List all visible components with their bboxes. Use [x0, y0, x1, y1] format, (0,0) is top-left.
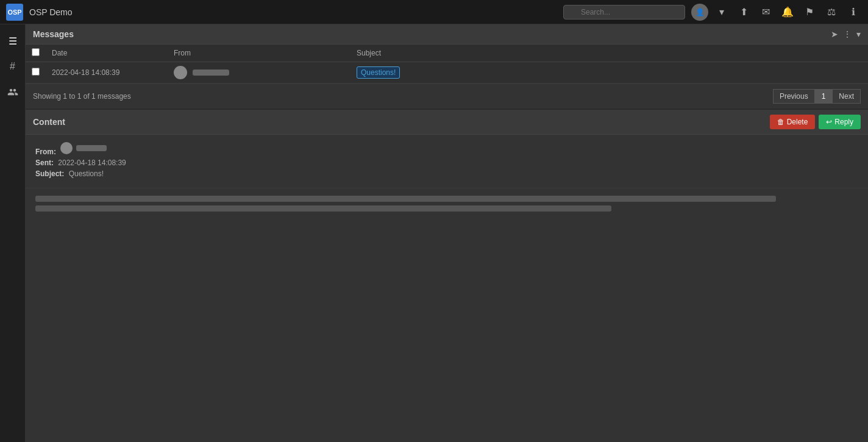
flag-icon[interactable]: ⚑ — [801, 4, 818, 21]
pagination-info: Showing 1 to 1 of 1 messages — [33, 92, 131, 101]
sent-value: 2022-04-18 14:08:39 — [58, 159, 126, 167]
current-page: 1 — [815, 89, 833, 104]
sidebar: ☰ # — [0, 24, 26, 442]
previous-button[interactable]: Previous — [773, 89, 815, 104]
panel-header-actions: ➤ ⋮ ▾ — [831, 29, 861, 39]
avatar[interactable]: 👤 — [691, 4, 708, 21]
messages-panel: Messages ➤ ⋮ ▾ Date From Subject — [26, 24, 868, 109]
sidebar-item-hash[interactable]: # — [2, 56, 23, 77]
table-header-row: Date From Subject — [26, 45, 868, 62]
reply-button[interactable]: ↩ Reply — [819, 115, 861, 129]
content-area: Messages ➤ ⋮ ▾ Date From Subject — [26, 24, 868, 442]
pagination-row: Showing 1 to 1 of 1 messages Previous 1 … — [26, 84, 868, 109]
meta-sent-row: Sent: 2022-04-18 14:08:39 — [35, 159, 858, 167]
more-icon[interactable]: ⋮ — [843, 29, 852, 39]
sidebar-item-menu[interactable]: ☰ — [2, 30, 23, 51]
content-header: Content 🗑 Delete ↩ Reply — [26, 110, 868, 135]
message-date: 2022-04-18 14:08:39 — [46, 62, 168, 84]
messages-table: Date From Subject 2022-04-18 14:08:39 — [26, 45, 868, 84]
dropdown-arrow-icon[interactable]: ▾ — [856, 29, 861, 39]
content-actions: 🗑 Delete ↩ Reply — [770, 115, 861, 129]
content-panel-title: Content — [33, 117, 65, 127]
meta-from-row: From: — [35, 142, 858, 156]
message-from-name-blurred — [76, 145, 107, 151]
scale-icon[interactable]: ⚖ — [823, 4, 840, 21]
message-from — [168, 62, 350, 84]
body-line-2 — [35, 205, 611, 212]
col-subject: Subject — [350, 45, 868, 62]
pagination-controls: Previous 1 Next — [773, 89, 861, 104]
message-subject: Questions! — [350, 62, 868, 84]
search-wrapper: 🔍 — [563, 5, 685, 20]
sidebar-item-users[interactable] — [2, 82, 23, 102]
app-logo: OSP — [6, 4, 23, 21]
col-date: Date — [46, 45, 168, 62]
upload-icon[interactable]: ⬆ — [735, 4, 752, 21]
send-icon[interactable]: ➤ — [831, 29, 838, 39]
reply-label: Reply — [834, 118, 853, 126]
search-input[interactable] — [563, 5, 685, 20]
from-avatar — [174, 66, 187, 79]
message-meta: From: Sent: 2022-04-18 14:08:39 Subject:… — [26, 135, 868, 188]
dropdown-icon[interactable]: ▾ — [713, 4, 730, 21]
reply-icon: ↩ — [826, 118, 832, 126]
next-button[interactable]: Next — [832, 89, 861, 104]
sent-label: Sent: — [35, 159, 54, 167]
meta-subject-row: Subject: Questions! — [35, 169, 858, 178]
subject-label: Subject: — [35, 169, 64, 178]
messages-panel-header: Messages ➤ ⋮ ▾ — [26, 24, 868, 45]
message-body — [26, 188, 868, 223]
info-icon[interactable]: ℹ — [845, 4, 862, 21]
from-name-blurred — [193, 70, 229, 76]
main-layout: ☰ # Messages ➤ ⋮ ▾ D — [0, 24, 868, 442]
topbar: OSP OSP Demo 🔍 👤 ▾ ⬆ ✉ 🔔 ⚑ ⚖ ℹ — [0, 0, 868, 24]
delete-icon: 🗑 — [777, 118, 784, 126]
subject-value: Questions! — [69, 169, 104, 178]
mail-icon[interactable]: ✉ — [757, 4, 774, 21]
from-label: From: — [35, 148, 56, 156]
row-checkbox[interactable] — [32, 68, 40, 76]
topbar-icons: 👤 ▾ ⬆ ✉ 🔔 ⚑ ⚖ ℹ — [691, 4, 862, 21]
message-from-avatar — [60, 142, 73, 154]
delete-button[interactable]: 🗑 Delete — [770, 115, 816, 129]
select-all-checkbox[interactable] — [32, 48, 40, 56]
subject-link[interactable]: Questions! — [357, 66, 400, 79]
body-line-1 — [35, 196, 776, 202]
delete-label: Delete — [787, 118, 808, 126]
content-section: Content 🗑 Delete ↩ Reply From: — [26, 110, 868, 442]
messages-panel-title: Messages — [33, 29, 74, 39]
app-title: OSP Demo — [29, 7, 557, 17]
bell-icon[interactable]: 🔔 — [779, 4, 796, 21]
table-row: 2022-04-18 14:08:39 Questions! — [26, 62, 868, 84]
col-from: From — [168, 45, 350, 62]
